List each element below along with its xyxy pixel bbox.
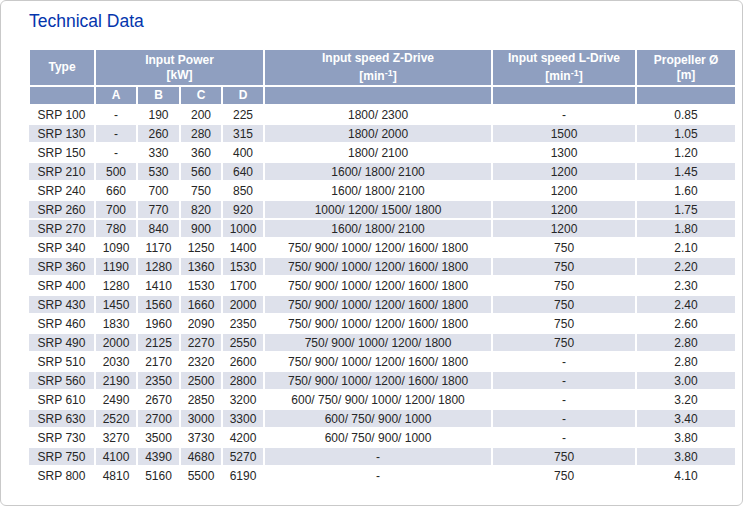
cell-z-drive: 600/ 750/ 900/ 1000: [264, 428, 492, 447]
cell-c: 2500: [180, 371, 222, 390]
input-power-title: Input Power: [96, 53, 263, 68]
cell-l-drive: -: [492, 105, 636, 124]
cell-z-drive: 1600/ 1800/ 2100: [264, 162, 492, 181]
cell-d: 2600: [222, 352, 264, 371]
cell-c: 200: [180, 105, 222, 124]
cell-propeller: 3.00: [636, 371, 736, 390]
subheader-empty-z-drive: [264, 86, 492, 105]
cell-b: 330: [137, 143, 180, 162]
cell-propeller: 2.40: [636, 295, 736, 314]
col-header-type: Type: [29, 49, 95, 86]
cell-propeller: 2.30: [636, 276, 736, 295]
cell-z-drive: 1000/ 1200/ 1500/ 1800: [264, 200, 492, 219]
cell-d: 2800: [222, 371, 264, 390]
cell-b: 2670: [137, 390, 180, 409]
header-row-sub: A B C D: [29, 86, 736, 105]
cell-c: 280: [180, 124, 222, 143]
cell-a: 3270: [95, 428, 137, 447]
table-row: SRP 8004810516055006190-7504.10: [29, 466, 736, 485]
cell-type: SRP 510: [29, 352, 95, 371]
cell-l-drive: 1500: [492, 124, 636, 143]
z-drive-unit: [min-1]: [265, 66, 491, 84]
cell-a: 700: [95, 200, 137, 219]
cell-propeller: 3.80: [636, 428, 736, 447]
cell-l-drive: -: [492, 390, 636, 409]
table-row: SRP 2607007708209201000/ 1200/ 1500/ 180…: [29, 200, 736, 219]
cell-type: SRP 610: [29, 390, 95, 409]
cell-z-drive: -: [264, 466, 492, 485]
cell-c: 5500: [180, 466, 222, 485]
cell-b: 1170: [137, 238, 180, 257]
table-row: SRP 5602190235025002800750/ 900/ 1000/ 1…: [29, 371, 736, 390]
cell-l-drive: 750: [492, 466, 636, 485]
cell-l-drive: 750: [492, 314, 636, 333]
cell-d: 2000: [222, 295, 264, 314]
cell-propeller: 4.10: [636, 466, 736, 485]
table-row: SRP 7504100439046805270-7503.80: [29, 447, 736, 466]
cell-z-drive: -: [264, 447, 492, 466]
cell-c: 3730: [180, 428, 222, 447]
cell-propeller: 0.85: [636, 105, 736, 124]
cell-propeller: 1.20: [636, 143, 736, 162]
cell-type: SRP 750: [29, 447, 95, 466]
cell-type: SRP 400: [29, 276, 95, 295]
cell-d: 315: [222, 124, 264, 143]
cell-propeller: 1.80: [636, 219, 736, 238]
propeller-title: Propeller Ø: [637, 53, 735, 68]
cell-z-drive: 600/ 750/ 900/ 1000/ 1200/ 1800: [264, 390, 492, 409]
cell-d: 1400: [222, 238, 264, 257]
cell-a: 4100: [95, 447, 137, 466]
cell-z-drive: 750/ 900/ 1000/ 1200/ 1600/ 1800: [264, 295, 492, 314]
cell-z-drive: 1600/ 1800/ 2100: [264, 219, 492, 238]
cell-l-drive: 1200: [492, 219, 636, 238]
cell-type: SRP 130: [29, 124, 95, 143]
z-drive-title: Input speed Z-Drive: [265, 51, 491, 66]
cell-c: 2090: [180, 314, 222, 333]
cell-b: 4390: [137, 447, 180, 466]
table-row: SRP 3401090117012501400750/ 900/ 1000/ 1…: [29, 238, 736, 257]
cell-a: 2030: [95, 352, 137, 371]
cell-b: 190: [137, 105, 180, 124]
cell-c: 1250: [180, 238, 222, 257]
col-header-propeller: Propeller Ø [m]: [636, 49, 736, 86]
cell-l-drive: -: [492, 428, 636, 447]
cell-b: 2700: [137, 409, 180, 428]
cell-c: 1660: [180, 295, 222, 314]
cell-a: 2520: [95, 409, 137, 428]
cell-a: 1190: [95, 257, 137, 276]
cell-a: 780: [95, 219, 137, 238]
cell-type: SRP 630: [29, 409, 95, 428]
cell-l-drive: -: [492, 352, 636, 371]
cell-type: SRP 340: [29, 238, 95, 257]
cell-b: 700: [137, 181, 180, 200]
cell-z-drive: 600/ 750/ 900/ 1000: [264, 409, 492, 428]
subheader-b: B: [137, 86, 180, 105]
cell-d: 1000: [222, 219, 264, 238]
cell-b: 1960: [137, 314, 180, 333]
cell-a: 2000: [95, 333, 137, 352]
cell-l-drive: 1200: [492, 181, 636, 200]
subheader-empty-type: [29, 86, 95, 105]
col-header-z-drive: Input speed Z-Drive [min-1]: [264, 49, 492, 86]
cell-b: 5160: [137, 466, 180, 485]
cell-l-drive: 1300: [492, 143, 636, 162]
cell-d: 2550: [222, 333, 264, 352]
cell-a: 1280: [95, 276, 137, 295]
cell-b: 1410: [137, 276, 180, 295]
l-drive-unit: [min-1]: [493, 66, 635, 84]
cell-l-drive: 750: [492, 276, 636, 295]
cell-propeller: 1.05: [636, 124, 736, 143]
cell-type: SRP 150: [29, 143, 95, 162]
table-row: SRP 4902000212522702550750/ 900/ 1000/ 1…: [29, 333, 736, 352]
cell-d: 6190: [222, 466, 264, 485]
cell-z-drive: 750/ 900/ 1000/ 1200/ 1600/ 1800: [264, 371, 492, 390]
cell-b: 3500: [137, 428, 180, 447]
cell-a: 1450: [95, 295, 137, 314]
cell-l-drive: 750: [492, 333, 636, 352]
col-header-l-drive: Input speed L-Drive [min-1]: [492, 49, 636, 86]
header-row-main: Type Input Power [kW] Input speed Z-Driv…: [29, 49, 736, 86]
cell-type: SRP 260: [29, 200, 95, 219]
cell-a: 1090: [95, 238, 137, 257]
cell-propeller: 1.60: [636, 181, 736, 200]
cell-type: SRP 560: [29, 371, 95, 390]
